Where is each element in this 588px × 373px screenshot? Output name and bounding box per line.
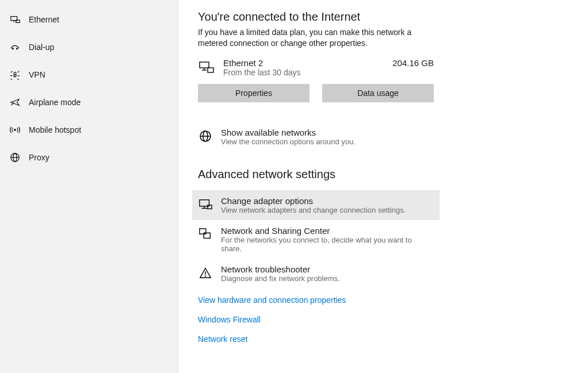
sharing-center-subtitle: For the networks you connect to, decide … [221, 236, 434, 253]
sidebar-item-dialup[interactable]: Dial-up [0, 33, 178, 61]
advanced-heading: Advanced network settings [198, 168, 576, 181]
troubleshooter-title: Network troubleshooter [221, 264, 340, 274]
sharing-center-title: Network and Sharing Center [221, 226, 434, 236]
sidebar-item-airplane[interactable]: Airplane mode [0, 89, 178, 116]
svg-point-9 [14, 129, 16, 131]
svg-rect-16 [208, 68, 213, 72]
vpn-icon [9, 69, 21, 80]
show-networks-subtitle: View the connection options around you. [221, 137, 356, 146]
proxy-icon [9, 152, 21, 163]
troubleshoot-icon [198, 266, 213, 280]
svg-point-3 [12, 48, 13, 49]
main-content: You're connected to the Internet If you … [178, 0, 588, 373]
show-networks-title: Show available networks [221, 128, 356, 137]
hotspot-icon [9, 124, 21, 136]
svg-rect-23 [208, 205, 212, 209]
sidebar-item-ethernet[interactable]: Ethernet [0, 6, 178, 33]
ethernet-icon [9, 14, 21, 25]
connection-summary: Ethernet 2 From the last 30 days 204.16 … [198, 58, 434, 77]
troubleshooter-option[interactable]: Network troubleshooter Diagnose and fix … [192, 259, 440, 289]
data-usage-button[interactable]: Data usage [322, 84, 434, 102]
reset-link[interactable]: Network reset [198, 334, 576, 344]
svg-point-4 [16, 48, 17, 49]
properties-button[interactable]: Properties [198, 84, 310, 102]
hardware-link[interactable]: View hardware and connection properties [198, 295, 576, 305]
sidebar-item-hotspot[interactable]: Mobile hotspot [0, 116, 178, 144]
svg-rect-13 [200, 62, 209, 68]
connection-period: From the last 30 days [223, 68, 392, 77]
change-adapter-subtitle: View network adapters and change connect… [221, 206, 406, 214]
adapter-icon [198, 197, 213, 212]
firewall-link[interactable]: Windows Firewall [198, 315, 576, 324]
connection-buttons: Properties Data usage [198, 84, 576, 102]
sidebar-item-label: Proxy [29, 153, 49, 162]
sharing-icon [198, 227, 213, 242]
sidebar: Ethernet Dial-up VPN Airplane mode Mobil… [0, 0, 178, 373]
sidebar-item-label: Ethernet [29, 15, 59, 24]
dialup-icon [9, 41, 21, 53]
sidebar-item-label: Mobile hotspot [29, 125, 81, 134]
page-title: You're connected to the Internet [198, 10, 576, 24]
sidebar-item-label: Airplane mode [29, 98, 81, 107]
globe-icon [198, 129, 213, 144]
change-adapter-title: Change adapter options [221, 196, 406, 206]
page-subtitle: If you have a limited data plan, you can… [198, 27, 440, 49]
airplane-icon [9, 97, 21, 108]
troubleshooter-subtitle: Diagnose and fix network problems. [221, 274, 340, 283]
svg-point-27 [205, 275, 206, 276]
sidebar-item-label: Dial-up [29, 43, 54, 52]
sidebar-item-label: VPN [29, 70, 45, 79]
sharing-center-option[interactable]: Network and Sharing Center For the netwo… [192, 220, 440, 259]
show-networks-option[interactable]: Show available networks View the connect… [192, 122, 440, 152]
ethernet-connection-icon [198, 59, 215, 76]
connection-name: Ethernet 2 [223, 58, 392, 68]
change-adapter-option[interactable]: Change adapter options View network adap… [192, 190, 440, 220]
connection-usage: 204.16 GB [392, 58, 434, 68]
svg-point-5 [14, 75, 16, 77]
sidebar-item-vpn[interactable]: VPN [0, 61, 178, 89]
sidebar-item-proxy[interactable]: Proxy [0, 144, 178, 171]
